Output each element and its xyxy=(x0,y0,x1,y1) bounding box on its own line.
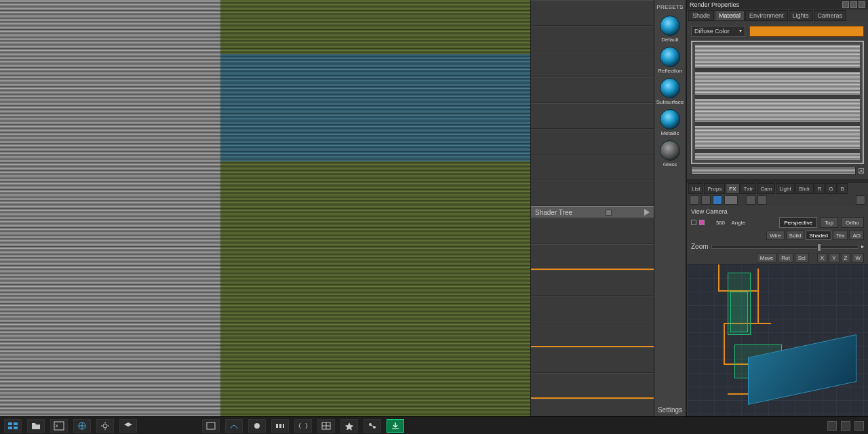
shader-preview[interactable] xyxy=(691,41,864,164)
app-render-icon[interactable] xyxy=(248,419,266,433)
tray-network-icon[interactable] xyxy=(841,421,850,431)
channel-row[interactable] xyxy=(531,180,654,206)
ungroup-icon[interactable] xyxy=(757,195,767,205)
tab-light[interactable]: Light xyxy=(776,183,794,194)
tab-props[interactable]: Props xyxy=(704,183,725,194)
tab-lights[interactable]: Lights xyxy=(789,10,813,21)
shader-separator xyxy=(695,95,860,99)
app-modeler-icon[interactable] xyxy=(202,419,220,433)
tab-b[interactable]: B xyxy=(837,183,848,194)
axis-y[interactable]: Y xyxy=(829,253,839,262)
close-thumbnail-icon[interactable] xyxy=(859,168,864,174)
view-perspective-button[interactable]: Perspective xyxy=(779,217,817,228)
color-swatch[interactable] xyxy=(749,26,864,37)
channel-row[interactable] xyxy=(531,347,654,373)
nodegraph-view[interactable] xyxy=(687,264,868,416)
delete-icon[interactable] xyxy=(713,195,722,205)
tab-g[interactable]: G xyxy=(825,183,836,194)
transform-move[interactable]: Move xyxy=(757,253,777,262)
window-maximize-icon[interactable] xyxy=(850,1,857,8)
layers-icon[interactable] xyxy=(119,419,137,433)
shading-shaded[interactable]: Shaded xyxy=(806,231,831,240)
zoom-slider[interactable] xyxy=(711,245,859,249)
channel-row[interactable] xyxy=(531,218,654,244)
transform-rot[interactable]: Rot xyxy=(778,253,793,262)
preset-default[interactable]: Default xyxy=(657,16,683,43)
app-sequencer-icon[interactable] xyxy=(271,419,289,433)
app-rig-icon[interactable] xyxy=(363,419,381,433)
channel-row[interactable] xyxy=(531,296,654,321)
window-minimize-icon[interactable] xyxy=(842,1,849,8)
tab-shdr[interactable]: Shdr xyxy=(795,183,814,194)
thumbnail-strip[interactable] xyxy=(691,167,856,175)
clip-header[interactable]: Shader Tree xyxy=(531,206,654,218)
tray-notify-icon[interactable] xyxy=(854,421,864,431)
clip-square-icon xyxy=(606,210,612,216)
tab-cam[interactable]: Cam xyxy=(757,183,775,194)
options-icon[interactable] xyxy=(856,195,865,205)
viewport-sky xyxy=(220,54,530,161)
link-icon[interactable] xyxy=(724,195,738,205)
tab-fx[interactable]: FX xyxy=(726,183,739,194)
channel-row-keyframe[interactable] xyxy=(531,244,654,270)
preset-metallic[interactable]: Metallic xyxy=(657,109,683,136)
channel-panel: Shader Tree xyxy=(530,0,654,416)
duplicate-icon[interactable] xyxy=(701,195,711,205)
channel-row[interactable] xyxy=(531,129,654,155)
channel-row[interactable] xyxy=(531,77,654,103)
channel-row[interactable] xyxy=(531,26,654,52)
slider-thumb-icon[interactable] xyxy=(817,243,821,252)
channel-row[interactable] xyxy=(531,0,654,26)
preset-glass[interactable]: Glass xyxy=(657,140,683,167)
preset-subsurface[interactable]: Subsurface xyxy=(657,78,683,105)
channel-row[interactable] xyxy=(531,155,654,180)
tab-shade[interactable]: Shade xyxy=(688,10,714,21)
svg-rect-9 xyxy=(276,424,278,428)
browser-icon[interactable] xyxy=(73,419,91,433)
start-menu-icon[interactable] xyxy=(4,419,22,433)
tab-list[interactable]: List xyxy=(688,183,703,194)
settings-icon[interactable] xyxy=(96,419,114,433)
preset-reflection[interactable]: Reflection xyxy=(657,47,683,74)
channel-row[interactable] xyxy=(531,270,654,296)
tab-r[interactable]: R xyxy=(814,183,825,194)
preset-strip-header: PRESETS xyxy=(656,4,683,10)
view-top-button[interactable]: Top xyxy=(820,217,838,228)
shading-ao[interactable]: AO xyxy=(849,231,864,240)
app-export-icon[interactable] xyxy=(387,419,404,433)
preset-footer[interactable]: Settings xyxy=(658,406,682,416)
axis-z[interactable]: Z xyxy=(841,253,851,262)
tab-cameras[interactable]: Cameras xyxy=(814,10,847,21)
node-box[interactable] xyxy=(730,292,748,332)
param-dropdown[interactable]: Diffuse Color ▾ xyxy=(691,26,745,37)
window-close-icon[interactable] xyxy=(859,1,865,8)
channel-row[interactable] xyxy=(531,103,654,129)
channel-row-keyframe[interactable] xyxy=(531,321,654,347)
shading-tex[interactable]: Tex xyxy=(833,231,848,240)
tab-material[interactable]: Material xyxy=(715,10,745,21)
app-script-icon[interactable] xyxy=(294,419,312,433)
view-ortho-button[interactable]: Ortho xyxy=(841,217,864,228)
channel-row-keyframe[interactable] xyxy=(531,373,654,399)
axis-w[interactable]: W xyxy=(852,253,864,262)
chevron-right-icon[interactable]: ▸ xyxy=(861,244,864,250)
app-fx-icon[interactable] xyxy=(340,419,358,433)
transform-scl[interactable]: Scl xyxy=(795,253,809,262)
channel-row[interactable] xyxy=(531,52,654,77)
app-uv-icon[interactable] xyxy=(317,419,335,433)
viewport-3d[interactable] xyxy=(0,0,530,416)
app-paint-icon[interactable] xyxy=(225,419,243,433)
group-icon[interactable] xyxy=(746,195,755,205)
svg-point-8 xyxy=(254,423,260,429)
axis-x[interactable]: X xyxy=(817,253,827,262)
tab-environment[interactable]: Environment xyxy=(745,10,788,21)
tray-volume-icon[interactable] xyxy=(827,421,837,431)
shading-solid[interactable]: Solid xyxy=(786,231,805,240)
new-item-icon[interactable] xyxy=(690,195,699,205)
explorer-icon[interactable] xyxy=(27,419,45,433)
terminal-icon[interactable] xyxy=(50,419,68,433)
expand-arrow-icon[interactable] xyxy=(644,209,650,216)
svg-rect-0 xyxy=(8,422,12,425)
shading-wire[interactable]: Wire xyxy=(766,231,784,240)
tab-txtr[interactable]: Txtr xyxy=(741,183,757,194)
